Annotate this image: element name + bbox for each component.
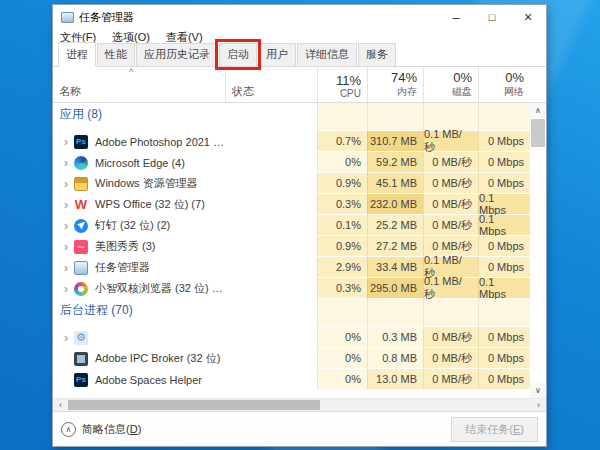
- expand-chevron-icon[interactable]: ›: [58, 262, 74, 274]
- status-cell: [225, 278, 317, 299]
- process-rows: 应用 (8)›Adobe Photoshop 2021 (3)0.7%310.7…: [53, 103, 530, 390]
- network-cell: 0 Mbps: [478, 173, 530, 194]
- process-row[interactable]: Adobe IPC Broker (32 位)0%0.8 MB0 MB/秒0 M…: [53, 348, 530, 369]
- memory-cell: [367, 103, 423, 131]
- section-name-cell: 后台进程 (70): [53, 302, 225, 324]
- end-task-button[interactable]: 结束任务(E): [451, 417, 538, 442]
- dingtalk-icon: [74, 219, 88, 233]
- browser-icon: [74, 282, 88, 296]
- disk-cell: 0 MB/秒: [423, 152, 478, 173]
- adobe-ipc-icon: [74, 352, 88, 366]
- process-row[interactable]: ›Windows 资源管理器0.9%45.1 MB0 MB/秒0 Mbps: [53, 173, 530, 194]
- vertical-scrollbar[interactable]: ∧ ∨: [530, 103, 546, 398]
- cpu-cell: 0.3%: [317, 194, 367, 215]
- scroll-up-button[interactable]: ∧: [530, 103, 546, 118]
- status-cell: [225, 369, 317, 390]
- wps-icon: [74, 198, 88, 212]
- title-bar[interactable]: 任务管理器: [53, 5, 546, 29]
- process-row[interactable]: Adobe Spaces Helper0%13.0 MB0 MB/秒0 Mbps: [53, 369, 530, 390]
- column-header-memory[interactable]: 74% 内存: [367, 67, 423, 102]
- tab-processes[interactable]: 进程: [58, 42, 96, 67]
- process-row[interactable]: ›Adobe Photoshop 2021 (3)0.7%310.7 MB0.1…: [53, 131, 530, 152]
- edge-icon: [74, 156, 88, 170]
- tab-startup[interactable]: 启动: [219, 43, 257, 66]
- scroll-right-button[interactable]: ›: [531, 399, 546, 411]
- network-cell: 0.1 Mbps: [478, 215, 530, 236]
- column-header-status[interactable]: 状态: [225, 67, 317, 102]
- scroll-left-button[interactable]: ‹: [53, 399, 68, 411]
- cpu-cell: 0.9%: [317, 236, 367, 257]
- chevron-up-circle-icon: ∧: [61, 422, 76, 437]
- horizontal-scroll-track[interactable]: [320, 399, 531, 411]
- vertical-scroll-track[interactable]: [530, 148, 546, 383]
- process-name-label: 小智双核浏览器 (32 位) (12): [95, 281, 225, 296]
- window-title: 任务管理器: [79, 10, 134, 25]
- column-header-disk[interactable]: 0% 磁盘: [423, 67, 478, 102]
- status-cell: [225, 103, 317, 131]
- column-header-cpu[interactable]: 11% CPU: [317, 67, 367, 102]
- process-name-label: Adobe IPC Broker (32 位): [95, 351, 220, 366]
- network-cell: 0.1 Mbps: [478, 278, 530, 299]
- disk-cell: 0 MB/秒: [423, 173, 478, 194]
- process-row[interactable]: ›钉钉 (32 位) (2)0.1%25.2 MB0 MB/秒0.1 Mbps: [53, 215, 530, 236]
- process-name-cell: Adobe Spaces Helper: [53, 373, 225, 387]
- cpu-cell: [317, 299, 367, 327]
- scroll-down-button[interactable]: ∨: [530, 383, 546, 398]
- close-button[interactable]: [510, 5, 546, 29]
- taskmgr-icon: [74, 261, 88, 275]
- meitu-icon: [74, 240, 88, 254]
- column-header-network[interactable]: 0% 网络: [478, 67, 530, 102]
- section-header-row[interactable]: 后台进程 (70): [53, 299, 530, 327]
- network-cell: 0 Mbps: [478, 327, 530, 348]
- task-manager-app-icon: [61, 12, 74, 23]
- fewer-details-toggle[interactable]: ∧ 简略信息(D): [61, 422, 141, 437]
- minimize-button[interactable]: [438, 5, 474, 29]
- window-controls: [438, 5, 546, 29]
- expand-chevron-icon[interactable]: ›: [58, 178, 74, 190]
- adobe-spaces-icon: [74, 373, 88, 387]
- process-row[interactable]: ›Microsoft Edge (4)0%59.2 MB0 MB/秒0 Mbps: [53, 152, 530, 173]
- vertical-scroll-thumb[interactable]: [531, 119, 545, 147]
- tab-users[interactable]: 用户: [258, 43, 296, 66]
- memory-total-percent: 74%: [391, 70, 417, 85]
- maximize-button[interactable]: [474, 5, 510, 29]
- process-name-label: Adobe Photoshop 2021 (3): [95, 136, 225, 148]
- network-cell: 0 Mbps: [478, 369, 530, 390]
- tab-details[interactable]: 详细信息: [297, 43, 357, 66]
- gear-icon: [74, 331, 88, 345]
- disk-cell: 0 MB/秒: [423, 369, 478, 390]
- tab-app-history[interactable]: 应用历史记录: [136, 43, 218, 66]
- section-header-label: 后台进程 (70): [58, 302, 133, 324]
- memory-cell: [367, 299, 423, 327]
- expand-chevron-icon[interactable]: ›: [58, 199, 74, 211]
- disk-total-percent: 0%: [453, 70, 472, 85]
- horizontal-scrollbar[interactable]: ‹ ›: [53, 398, 546, 411]
- status-cell: [225, 152, 317, 173]
- cpu-cell: 0.7%: [317, 131, 367, 152]
- disk-cell: 0 MB/秒: [423, 194, 478, 215]
- column-header-name[interactable]: ^ 名称: [53, 67, 225, 102]
- memory-cell: 232.0 MB: [367, 194, 423, 215]
- process-row[interactable]: ›WPS Office (32 位) (7)0.3%232.0 MB0 MB/秒…: [53, 194, 530, 215]
- cpu-cell: 0%: [317, 369, 367, 390]
- table-header: ^ 名称 状态 11% CPU 74% 内存 0% 磁盘 0% 网络: [53, 67, 546, 103]
- network-cell: 0 Mbps: [478, 348, 530, 369]
- expand-chevron-icon[interactable]: ›: [58, 157, 74, 169]
- expand-chevron-icon[interactable]: ›: [58, 283, 74, 295]
- process-name-cell: ›美图秀秀 (3): [53, 239, 225, 254]
- network-cell: 0 Mbps: [478, 152, 530, 173]
- process-name-cell: ›任务管理器: [53, 260, 225, 275]
- expand-chevron-icon[interactable]: ›: [58, 332, 74, 344]
- process-name-label: 任务管理器: [95, 260, 150, 275]
- photoshop-icon: [74, 135, 88, 149]
- process-row[interactable]: ›小智双核浏览器 (32 位) (12)0.3%295.0 MB0.1 MB/秒…: [53, 278, 530, 299]
- disk-cell: 0.1 MB/秒: [423, 278, 478, 299]
- expand-chevron-icon[interactable]: ›: [58, 241, 74, 253]
- tab-performance[interactable]: 性能: [97, 43, 135, 66]
- section-header-label: 应用 (8): [58, 106, 102, 128]
- process-row[interactable]: ›0%0.3 MB0 MB/秒0 Mbps: [53, 327, 530, 348]
- expand-chevron-icon[interactable]: ›: [58, 136, 74, 148]
- tab-services[interactable]: 服务: [358, 43, 396, 66]
- horizontal-scroll-thumb[interactable]: [68, 400, 320, 410]
- expand-chevron-icon[interactable]: ›: [58, 220, 74, 232]
